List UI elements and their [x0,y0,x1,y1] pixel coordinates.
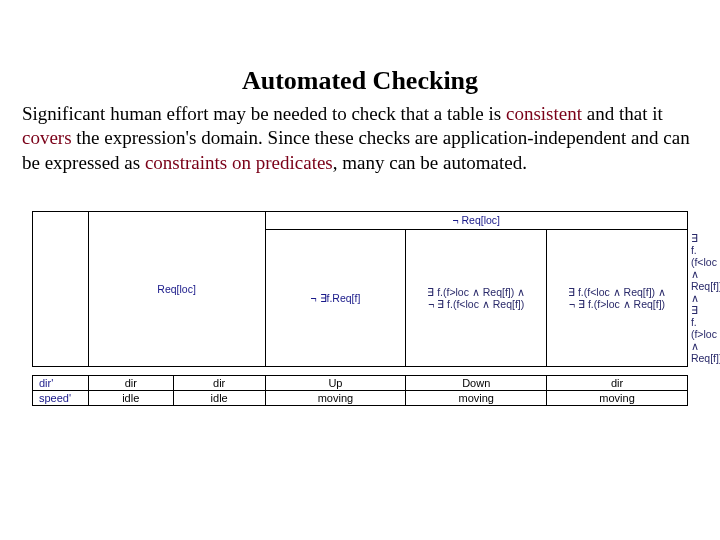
val-rowhead-dir: dir' [33,375,89,390]
val-cell: dir [173,375,265,390]
val-cell: idle [173,390,265,405]
pred-header-not-reqloc: ¬ Req[loc] [265,211,687,229]
value-table: dir' dir dir Up Down dir speed' idle idl… [32,375,688,406]
val-cell: Down [406,375,547,390]
formula-line: ∃ f.(f<loc ∧ Req[f]) ∧ [568,286,666,298]
formula-line: ∃ f.(f>loc ∧ Req[f]) ∧ [427,286,525,298]
val-cell: dir [547,375,688,390]
val-cell: idle [88,390,173,405]
val-rowhead-speed: speed' [33,390,89,405]
pred-cell-2: ∃ f.(f<loc ∧ Req[f]) ∧ ¬ ∃ f.(f>loc ∧ Re… [547,229,688,366]
val-cell: moving [265,390,406,405]
formula-line: ¬ ∃ f.(f>loc ∧ Req[f]) [569,298,665,310]
val-cell: moving [406,390,547,405]
formula-line: ∃ f.(f>loc ∧ Req[f]) [691,304,720,364]
pred-header-reqloc: Req[loc] [88,211,265,366]
emph-consistent: consistent [506,103,582,124]
text-run: , many can be automated. [333,152,527,173]
pred-col-noexists: ¬ ∃f.Req[f] [265,229,406,366]
emph-covers: covers [22,127,72,148]
text-run: and that it [582,103,663,124]
pred-cell-1: ∃ f.(f>loc ∧ Req[f]) ∧ ¬ ∃ f.(f<loc ∧ Re… [406,229,547,366]
val-cell: dir [88,375,173,390]
body-paragraph: Significant human effort may be needed t… [22,102,698,175]
emph-constraints: constraints on predicates [145,152,333,173]
text-run: Significant human effort may be needed t… [22,103,506,124]
page-title: Automated Checking [22,66,698,96]
val-cell: moving [547,390,688,405]
formula-line: ∃ f.(f<loc ∧ Req[f]) ∧ [691,232,720,304]
formula-line: ¬ ∃ f.(f<loc ∧ Req[f]) [428,298,524,310]
val-cell: Up [265,375,406,390]
predicate-table: Req[loc] ¬ Req[loc] ¬ ∃f.Req[f] ∃ f.(f>l… [32,211,688,367]
